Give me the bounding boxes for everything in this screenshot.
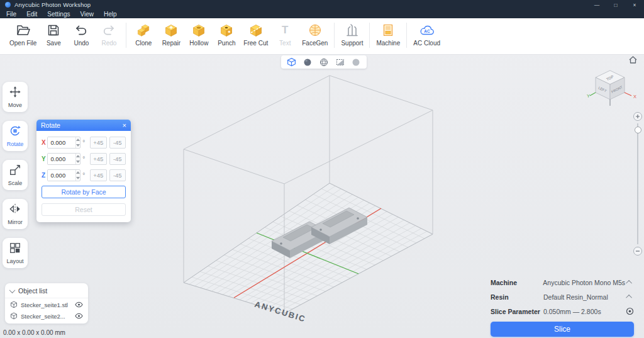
redo-label: Redo: [101, 40, 116, 47]
chevron-up-icon[interactable]: [626, 295, 632, 301]
menu-settings[interactable]: Settings: [42, 11, 75, 18]
save-button[interactable]: Save: [40, 18, 67, 47]
tool-scale[interactable]: Scale: [3, 160, 28, 190]
object-list-title: Object list: [18, 287, 47, 295]
view-solid-active-icon[interactable]: [286, 57, 297, 67]
slice-parameter-value: 0.050mm — 2.800s: [543, 308, 625, 315]
tool-mirror[interactable]: Mirror: [3, 199, 28, 229]
save-label: Save: [47, 40, 61, 47]
rotate-panel-title: Rotate: [41, 121, 123, 129]
slice-parameter-target-icon[interactable]: [625, 307, 634, 315]
maximize-button[interactable]: □: [606, 0, 625, 9]
resin-row[interactable]: Resin Default Resin_Normal: [491, 290, 634, 304]
rotate-y-plus45-button[interactable]: +45: [90, 153, 106, 165]
rotate-z-spin-up-icon[interactable]: [76, 170, 80, 176]
home-icon: [628, 55, 638, 65]
slice-settings: Machine Anycubic Photon Mono M5s Resin D…: [491, 275, 634, 337]
undo-icon: [74, 23, 89, 38]
hollow-button[interactable]: Hollow: [185, 18, 213, 47]
rotate-z-plus45-button[interactable]: +45: [90, 169, 106, 181]
tool-rotate-label: Rotate: [7, 141, 24, 147]
repair-button[interactable]: Repair: [157, 18, 185, 47]
text-icon: T: [282, 23, 288, 38]
text-button: T Text: [271, 18, 299, 47]
clone-button[interactable]: Clone: [130, 18, 157, 47]
rotate-z-row: Z ° +45 -45: [42, 169, 126, 181]
view-matte-icon[interactable]: [350, 57, 362, 67]
menu-help[interactable]: Help: [99, 11, 122, 18]
machine-row-label: Machine: [491, 279, 543, 286]
zoom-slider[interactable]: [637, 123, 638, 244]
ac-cloud-button[interactable]: AC AC Cloud: [410, 18, 443, 47]
view-cube[interactable]: TOP LEFT FRONT Y X: [582, 67, 640, 108]
object-list-header[interactable]: Object list: [5, 283, 88, 298]
zoom-slider-thumb[interactable]: [635, 127, 641, 133]
rotate-z-input[interactable]: [48, 170, 75, 181]
machine-icon: [380, 23, 396, 38]
visibility-eye-icon[interactable]: [75, 301, 83, 308]
support-label: Support: [341, 40, 363, 47]
tool-layout[interactable]: Layout: [3, 238, 28, 268]
view-shaded-icon[interactable]: [302, 57, 313, 67]
menu-file[interactable]: File: [1, 11, 21, 18]
machine-row[interactable]: Machine Anycubic Photon Mono M5s: [491, 275, 634, 290]
view-wireframe-icon[interactable]: [318, 57, 330, 67]
zoom-out-button[interactable]: [633, 247, 642, 256]
support-button[interactable]: Support: [338, 18, 366, 47]
slice-button[interactable]: Slice: [491, 322, 634, 337]
mesh-cube-icon: [10, 312, 18, 320]
rotate-x-spin-up-icon[interactable]: [76, 137, 80, 143]
menu-edit[interactable]: Edit: [21, 11, 42, 18]
free-cut-button[interactable]: Free Cut: [240, 18, 271, 47]
rotate-x-minus45-button[interactable]: -45: [109, 137, 126, 149]
close-button[interactable]: ×: [625, 0, 644, 9]
rotate-x-input[interactable]: [48, 137, 75, 148]
chevron-down-icon: [9, 287, 16, 293]
slice-parameter-row[interactable]: Slice Parameter 0.050mm — 2.800s: [491, 304, 634, 318]
rotate-x-spin-down-icon[interactable]: [76, 143, 80, 149]
zoom-in-button[interactable]: [633, 112, 642, 121]
rotate-x-plus45-button[interactable]: +45: [90, 137, 106, 149]
chevron-up-icon[interactable]: [626, 280, 632, 286]
menu-view[interactable]: View: [75, 11, 99, 18]
undo-button[interactable]: Undo: [67, 18, 95, 47]
resin-row-label: Resin: [491, 293, 543, 301]
rotate-y-input[interactable]: [48, 154, 75, 164]
toolbar-separator: [369, 23, 370, 48]
object-name: Stecker_seite1.stl: [21, 301, 72, 308]
rotate-y-spin-down-icon[interactable]: [76, 159, 80, 165]
visibility-eye-icon[interactable]: [75, 313, 83, 319]
slice-parameter-label: Slice Parameter: [491, 308, 543, 315]
free-cut-label: Free Cut: [243, 40, 268, 47]
menu-bar: File Edit Settings View Help: [0, 9, 644, 18]
hollow-icon: [191, 23, 206, 38]
facegen-button[interactable]: FaceGen: [299, 18, 331, 47]
machine-label: Machine: [376, 40, 400, 47]
app-logo-icon: [5, 2, 11, 8]
minimize-button[interactable]: —: [587, 0, 606, 9]
rotate-by-face-button[interactable]: Rotate by Face: [42, 186, 126, 198]
object-list-item[interactable]: Stecker_seite2...: [5, 310, 88, 321]
rotate-y-minus45-button[interactable]: -45: [109, 153, 126, 165]
rotate-z-minus45-button[interactable]: -45: [109, 169, 126, 181]
view-cube-x-axis: [625, 93, 631, 96]
toolbar-separator: [126, 23, 126, 48]
mirror-icon: [9, 203, 21, 218]
tool-move[interactable]: Move: [3, 82, 28, 112]
view-section-icon[interactable]: [335, 57, 346, 67]
rotate-panel-close-icon[interactable]: ×: [123, 122, 126, 129]
rotate-y-spin-up-icon[interactable]: [76, 154, 80, 159]
degree-unit: °: [82, 155, 85, 162]
rotate-z-spin-down-icon[interactable]: [76, 176, 80, 181]
ac-cloud-label: AC Cloud: [413, 40, 440, 47]
object-list-item[interactable]: Stecker_seite1.stl: [5, 298, 88, 310]
home-view-button[interactable]: [628, 55, 639, 65]
minus-icon: [635, 249, 640, 254]
open-file-label: Open File: [9, 40, 36, 47]
punch-button[interactable]: Punch: [213, 18, 240, 47]
tool-rotate[interactable]: Rotate: [3, 121, 28, 151]
open-file-icon: [16, 23, 31, 38]
tool-mirror-label: Mirror: [8, 219, 23, 225]
machine-button[interactable]: Machine: [373, 18, 403, 47]
open-file-button[interactable]: Open File: [6, 18, 40, 47]
